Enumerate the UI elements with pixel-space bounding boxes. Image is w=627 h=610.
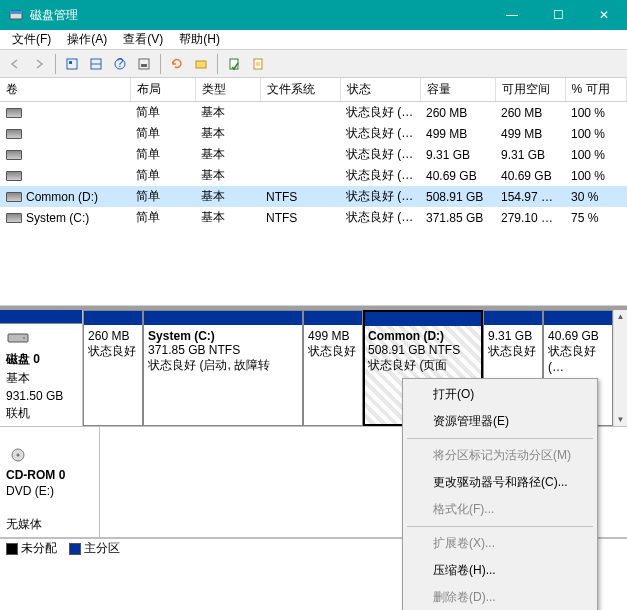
app-icon: [8, 7, 24, 23]
cdrom-label: CD-ROM 0: [6, 468, 93, 482]
col-free[interactable]: 可用空间: [495, 78, 565, 102]
svg-point-15: [23, 337, 25, 339]
legend-unallocated: 未分配: [6, 540, 57, 557]
partition[interactable]: 260 MB状态良好: [83, 310, 143, 426]
svg-rect-13: [256, 62, 260, 66]
volume-row[interactable]: 简单基本状态良好 (…260 MB260 MB100 %: [0, 102, 627, 124]
column-headers[interactable]: 卷 布局 类型 文件系统 状态 容量 可用空间 % 可用: [0, 78, 627, 102]
svg-rect-9: [141, 64, 147, 67]
tb-icon-1[interactable]: [61, 53, 83, 75]
svg-text:?: ?: [117, 57, 124, 70]
partition-title: Common (D:): [368, 329, 444, 343]
menu-bar: 文件(F) 操作(A) 查看(V) 帮助(H): [0, 30, 627, 50]
context-menu[interactable]: 打开(O)资源管理器(E)将分区标记为活动分区(M)更改驱动器号和路径(C)..…: [402, 378, 598, 610]
partition-size: 499 MB: [308, 329, 349, 343]
cdrom-icon: [6, 447, 93, 466]
partition-status: 状态良好: [308, 344, 356, 358]
context-menu-item[interactable]: 压缩卷(H)...: [405, 557, 595, 584]
menu-file[interactable]: 文件(F): [4, 29, 59, 50]
refresh-icon[interactable]: [166, 53, 188, 75]
menu-separator: [407, 526, 593, 527]
partition-status: 状态良好: [88, 344, 136, 358]
partition-status: 状态良好 (页面: [368, 358, 447, 372]
legend-primary: 主分区: [69, 540, 120, 557]
volume-row[interactable]: System (C:)简单基本NTFS状态良好 (…371.85 GB279.1…: [0, 207, 627, 228]
partition-status: 状态良好 (…: [548, 344, 596, 374]
partition-title: System (C:): [148, 329, 215, 343]
disk-0-label: 磁盘 0: [6, 351, 76, 368]
close-button[interactable]: ✕: [581, 0, 627, 30]
partition-size: 508.91 GB NTFS: [368, 343, 460, 357]
volume-row[interactable]: 简单基本状态良好 (…40.69 GB40.69 GB100 %: [0, 165, 627, 186]
volume-row[interactable]: 简单基本状态良好 (…9.31 GB9.31 GB100 %: [0, 144, 627, 165]
cdrom-state: 无媒体: [6, 516, 93, 533]
disk-0-header[interactable]: 磁盘 0 基本 931.50 GB 联机: [0, 310, 83, 426]
maximize-button[interactable]: ☐: [535, 0, 581, 30]
volume-row[interactable]: 简单基本状态良好 (…499 MB499 MB100 %: [0, 123, 627, 144]
context-menu-item: 扩展卷(X)...: [405, 530, 595, 557]
svg-rect-3: [69, 61, 72, 64]
scroll-up-icon[interactable]: ▲: [617, 312, 625, 321]
disk-0-state: 联机: [6, 405, 76, 422]
minimize-button[interactable]: —: [489, 0, 535, 30]
volume-icon: [6, 213, 22, 223]
partition[interactable]: 499 MB状态良好: [303, 310, 363, 426]
menu-action[interactable]: 操作(A): [59, 29, 115, 50]
context-menu-item: 将分区标记为活动分区(M): [405, 442, 595, 469]
volume-list[interactable]: 卷 布局 类型 文件系统 状态 容量 可用空间 % 可用 简单基本状态良好 (……: [0, 78, 627, 306]
svg-rect-1: [10, 11, 22, 14]
tb-icon-8[interactable]: [247, 53, 269, 75]
partition-status: 状态良好 (启动, 故障转: [148, 358, 270, 372]
disk-0-size: 931.50 GB: [6, 389, 76, 403]
disk-scrollbar[interactable]: ▲ ▼: [613, 310, 627, 426]
forward-button[interactable]: [28, 53, 50, 75]
context-menu-item: 删除卷(D)...: [405, 584, 595, 610]
menu-view[interactable]: 查看(V): [115, 29, 171, 50]
tb-icon-7[interactable]: [223, 53, 245, 75]
col-fs[interactable]: 文件系统: [260, 78, 340, 102]
col-capacity[interactable]: 容量: [420, 78, 495, 102]
context-menu-item: 格式化(F)...: [405, 496, 595, 523]
col-layout[interactable]: 布局: [130, 78, 195, 102]
help-icon[interactable]: ?: [109, 53, 131, 75]
disk-0-type: 基本: [6, 370, 76, 387]
volume-icon: [6, 129, 22, 139]
title-bar: 磁盘管理 — ☐ ✕: [0, 0, 627, 30]
context-menu-item[interactable]: 资源管理器(E): [405, 408, 595, 435]
partition[interactable]: System (C:)371.85 GB NTFS状态良好 (启动, 故障转: [143, 310, 303, 426]
volume-row[interactable]: Common (D:)简单基本NTFS状态良好 (…508.91 GB154.9…: [0, 186, 627, 207]
toolbar: ?: [0, 50, 627, 78]
col-type[interactable]: 类型: [195, 78, 260, 102]
volume-icon: [6, 108, 22, 118]
back-button[interactable]: [4, 53, 26, 75]
volume-icon: [6, 150, 22, 160]
scroll-down-icon[interactable]: ▼: [617, 415, 625, 424]
partition-size: 260 MB: [88, 329, 129, 343]
col-pct[interactable]: % 可用: [565, 78, 627, 102]
tb-icon-6[interactable]: [190, 53, 212, 75]
col-volume[interactable]: 卷: [0, 78, 130, 102]
svg-rect-10: [196, 61, 206, 68]
context-menu-item[interactable]: 打开(O): [405, 381, 595, 408]
tb-icon-4[interactable]: [133, 53, 155, 75]
partition-size: 371.85 GB NTFS: [148, 343, 240, 357]
context-menu-item[interactable]: 更改驱动器号和路径(C)...: [405, 469, 595, 496]
disk-icon: [6, 330, 76, 349]
partition-size: 9.31 GB: [488, 329, 532, 343]
svg-point-17: [17, 454, 20, 457]
tb-icon-2[interactable]: [85, 53, 107, 75]
cdrom-header[interactable]: CD-ROM 0 DVD (E:) 无媒体: [0, 427, 100, 537]
window-title: 磁盘管理: [30, 7, 489, 24]
col-status[interactable]: 状态: [340, 78, 420, 102]
partition-status: 状态良好: [488, 344, 536, 358]
volume-icon: [6, 171, 22, 181]
partition-size: 40.69 GB: [548, 329, 599, 343]
menu-help[interactable]: 帮助(H): [171, 29, 228, 50]
menu-separator: [407, 438, 593, 439]
cdrom-type: DVD (E:): [6, 484, 93, 498]
volume-icon: [6, 192, 22, 202]
